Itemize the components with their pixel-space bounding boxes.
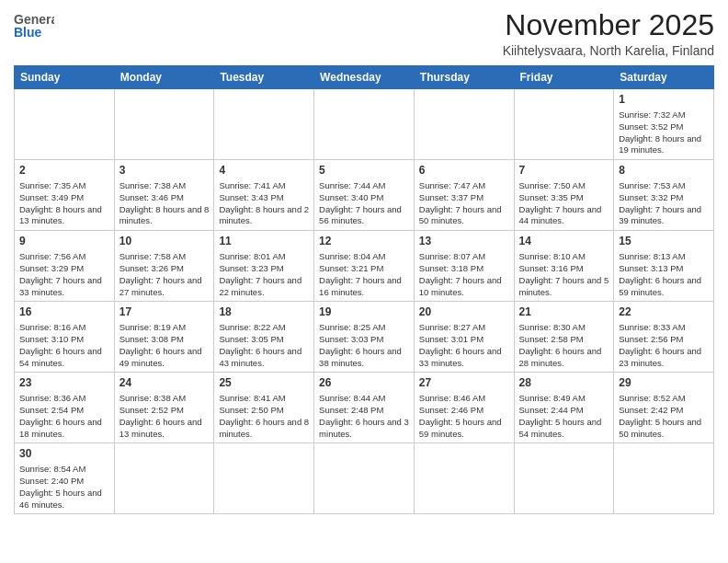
day-info: Sunrise: 8:36 AM Sunset: 2:54 PM Dayligh…	[19, 393, 109, 440]
calendar-cell: 30Sunrise: 8:54 AM Sunset: 2:40 PM Dayli…	[15, 443, 115, 514]
month-title: November 2025	[503, 9, 714, 41]
calendar-table: SundayMondayTuesdayWednesdayThursdayFrid…	[14, 65, 714, 514]
weekday-header-thursday: Thursday	[414, 66, 514, 89]
calendar-cell: 16Sunrise: 8:16 AM Sunset: 3:10 PM Dayli…	[15, 302, 115, 373]
day-number: 5	[319, 163, 409, 178]
location-title: Kiihtelysvaara, North Karelia, Finland	[503, 43, 714, 58]
svg-text:Blue: Blue	[14, 25, 42, 40]
day-info: Sunrise: 7:44 AM Sunset: 3:40 PM Dayligh…	[319, 180, 409, 227]
day-number: 28	[519, 375, 609, 391]
calendar-cell	[614, 443, 714, 514]
weekday-header-wednesday: Wednesday	[314, 66, 415, 89]
calendar-cell: 4Sunrise: 7:41 AM Sunset: 3:43 PM Daylig…	[214, 160, 314, 231]
calendar-cell: 24Sunrise: 8:38 AM Sunset: 2:52 PM Dayli…	[114, 373, 214, 443]
calendar-cell	[314, 89, 415, 160]
day-number: 16	[19, 304, 109, 320]
day-number: 6	[419, 163, 509, 178]
calendar-cell: 29Sunrise: 8:52 AM Sunset: 2:42 PM Dayli…	[614, 373, 714, 443]
day-info: Sunrise: 8:25 AM Sunset: 3:03 PM Dayligh…	[319, 322, 409, 369]
calendar-cell: 2Sunrise: 7:35 AM Sunset: 3:49 PM Daylig…	[15, 160, 115, 231]
weekday-header-row: SundayMondayTuesdayWednesdayThursdayFrid…	[15, 66, 714, 89]
calendar-cell: 1Sunrise: 7:32 AM Sunset: 3:52 PM Daylig…	[614, 89, 714, 160]
weekday-header-sunday: Sunday	[15, 66, 115, 89]
day-number: 17	[119, 304, 210, 320]
calendar-cell: 27Sunrise: 8:46 AM Sunset: 2:46 PM Dayli…	[414, 373, 514, 443]
calendar-cell: 25Sunrise: 8:41 AM Sunset: 2:50 PM Dayli…	[214, 373, 314, 443]
day-info: Sunrise: 8:49 AM Sunset: 2:44 PM Dayligh…	[519, 393, 609, 440]
day-info: Sunrise: 8:33 AM Sunset: 2:56 PM Dayligh…	[619, 322, 709, 369]
day-number: 30	[19, 446, 109, 462]
calendar-cell: 18Sunrise: 8:22 AM Sunset: 3:05 PM Dayli…	[214, 302, 314, 373]
calendar-cell: 3Sunrise: 7:38 AM Sunset: 3:46 PM Daylig…	[114, 160, 214, 231]
day-info: Sunrise: 8:13 AM Sunset: 3:13 PM Dayligh…	[619, 251, 709, 298]
calendar-cell: 14Sunrise: 8:10 AM Sunset: 3:16 PM Dayli…	[514, 231, 614, 302]
day-info: Sunrise: 8:10 AM Sunset: 3:16 PM Dayligh…	[519, 251, 609, 298]
title-area: November 2025 Kiihtelysvaara, North Kare…	[503, 9, 714, 58]
day-info: Sunrise: 8:52 AM Sunset: 2:42 PM Dayligh…	[619, 393, 709, 440]
day-number: 13	[419, 234, 509, 249]
page-header: General Blue November 2025 Kiihtelysvaar…	[14, 9, 714, 58]
weekday-header-friday: Friday	[514, 66, 614, 89]
day-info: Sunrise: 7:58 AM Sunset: 3:26 PM Dayligh…	[119, 251, 210, 298]
calendar-cell: 26Sunrise: 8:44 AM Sunset: 2:48 PM Dayli…	[314, 373, 415, 443]
day-info: Sunrise: 8:44 AM Sunset: 2:48 PM Dayligh…	[319, 393, 409, 440]
calendar-cell: 6Sunrise: 7:47 AM Sunset: 3:37 PM Daylig…	[414, 160, 514, 231]
day-number: 8	[619, 163, 709, 178]
calendar-cell: 15Sunrise: 8:13 AM Sunset: 3:13 PM Dayli…	[614, 231, 714, 302]
day-number: 26	[319, 375, 409, 391]
day-number: 9	[19, 234, 109, 249]
day-info: Sunrise: 7:53 AM Sunset: 3:32 PM Dayligh…	[619, 180, 709, 227]
day-number: 15	[619, 234, 709, 249]
calendar-cell: 20Sunrise: 8:27 AM Sunset: 3:01 PM Dayli…	[414, 302, 514, 373]
day-number: 22	[619, 304, 709, 320]
calendar-cell	[214, 443, 314, 514]
day-number: 14	[519, 234, 609, 249]
calendar-cell	[114, 89, 214, 160]
day-number: 4	[219, 163, 309, 178]
day-info: Sunrise: 8:41 AM Sunset: 2:50 PM Dayligh…	[219, 393, 309, 440]
day-info: Sunrise: 8:27 AM Sunset: 3:01 PM Dayligh…	[419, 322, 509, 369]
calendar-cell: 5Sunrise: 7:44 AM Sunset: 3:40 PM Daylig…	[314, 160, 415, 231]
day-info: Sunrise: 7:56 AM Sunset: 3:29 PM Dayligh…	[19, 251, 109, 298]
day-number: 11	[219, 234, 309, 249]
weekday-header-saturday: Saturday	[614, 66, 714, 89]
calendar-row-1: 2Sunrise: 7:35 AM Sunset: 3:49 PM Daylig…	[15, 160, 714, 231]
calendar-cell: 7Sunrise: 7:50 AM Sunset: 3:35 PM Daylig…	[514, 160, 614, 231]
calendar-row-0: 1Sunrise: 7:32 AM Sunset: 3:52 PM Daylig…	[15, 89, 714, 160]
calendar-cell: 9Sunrise: 7:56 AM Sunset: 3:29 PM Daylig…	[15, 231, 115, 302]
logo: General Blue	[14, 9, 54, 44]
calendar-cell: 12Sunrise: 8:04 AM Sunset: 3:21 PM Dayli…	[314, 231, 415, 302]
day-number: 24	[119, 375, 210, 391]
day-number: 29	[619, 375, 709, 391]
day-info: Sunrise: 8:38 AM Sunset: 2:52 PM Dayligh…	[119, 393, 210, 440]
calendar-row-2: 9Sunrise: 7:56 AM Sunset: 3:29 PM Daylig…	[15, 231, 714, 302]
calendar-cell	[514, 443, 614, 514]
calendar-cell: 8Sunrise: 7:53 AM Sunset: 3:32 PM Daylig…	[614, 160, 714, 231]
calendar-cell	[514, 89, 614, 160]
calendar-row-5: 30Sunrise: 8:54 AM Sunset: 2:40 PM Dayli…	[15, 443, 714, 514]
calendar-cell	[414, 89, 514, 160]
day-number: 20	[419, 304, 509, 320]
day-number: 2	[19, 163, 109, 178]
day-info: Sunrise: 7:41 AM Sunset: 3:43 PM Dayligh…	[219, 180, 309, 227]
day-number: 18	[219, 304, 309, 320]
calendar-cell: 23Sunrise: 8:36 AM Sunset: 2:54 PM Dayli…	[15, 373, 115, 443]
day-number: 27	[419, 375, 509, 391]
day-number: 19	[319, 304, 409, 320]
calendar-cell: 13Sunrise: 8:07 AM Sunset: 3:18 PM Dayli…	[414, 231, 514, 302]
day-number: 7	[519, 163, 609, 178]
calendar-cell: 11Sunrise: 8:01 AM Sunset: 3:23 PM Dayli…	[214, 231, 314, 302]
weekday-header-tuesday: Tuesday	[214, 66, 314, 89]
day-number: 12	[319, 234, 409, 249]
day-info: Sunrise: 7:38 AM Sunset: 3:46 PM Dayligh…	[119, 180, 210, 227]
calendar-row-3: 16Sunrise: 8:16 AM Sunset: 3:10 PM Dayli…	[15, 302, 714, 373]
logo-icon: General Blue	[14, 9, 54, 44]
day-info: Sunrise: 8:07 AM Sunset: 3:18 PM Dayligh…	[419, 251, 509, 298]
day-number: 3	[119, 163, 210, 178]
calendar-row-4: 23Sunrise: 8:36 AM Sunset: 2:54 PM Dayli…	[15, 373, 714, 443]
day-info: Sunrise: 8:01 AM Sunset: 3:23 PM Dayligh…	[219, 251, 309, 298]
day-number: 23	[19, 375, 109, 391]
calendar-cell	[114, 443, 214, 514]
day-number: 25	[219, 375, 309, 391]
calendar-cell	[214, 89, 314, 160]
